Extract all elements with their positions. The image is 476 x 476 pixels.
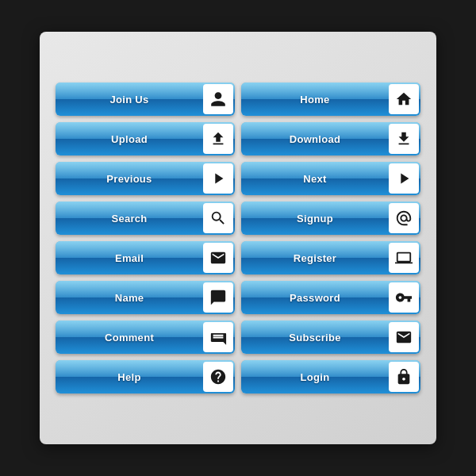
next-icon — [389, 163, 419, 194]
password-button[interactable]: Password — [241, 281, 420, 314]
next-label: Next — [241, 173, 389, 185]
password-label: Password — [241, 292, 389, 304]
subscribe-button[interactable]: Subscribe — [241, 321, 420, 354]
search-label: Search — [56, 213, 203, 225]
home-icon — [389, 84, 419, 114]
subscribe-label: Subscribe — [241, 332, 389, 344]
search-icon — [203, 203, 233, 233]
upload-icon — [203, 124, 233, 154]
join-us-button[interactable]: Join Us — [56, 83, 235, 116]
signup-icon — [389, 203, 419, 233]
search-button[interactable]: Search — [56, 202, 235, 235]
email-button[interactable]: Email — [56, 241, 235, 274]
login-label: Login — [241, 371, 389, 383]
register-label: Register — [241, 252, 389, 264]
comment-button[interactable]: Comment — [56, 321, 235, 354]
help-label: Help — [56, 371, 203, 383]
register-button[interactable]: Register — [241, 241, 420, 274]
previous-label: Previous — [56, 173, 203, 185]
upload-button[interactable]: Upload — [56, 122, 235, 155]
help-button[interactable]: Help — [56, 360, 235, 393]
name-icon — [203, 282, 233, 313]
name-label: Name — [56, 292, 203, 304]
upload-label: Upload — [56, 133, 203, 145]
signup-label: Signup — [241, 213, 389, 225]
register-icon — [389, 243, 419, 273]
comment-icon — [203, 322, 233, 352]
previous-icon — [203, 163, 233, 194]
home-label: Home — [241, 94, 389, 106]
login-button[interactable]: Login — [241, 360, 420, 393]
join-us-icon — [203, 84, 233, 114]
button-grid: Join Us Home Upload Download Previous — [56, 83, 420, 393]
download-button[interactable]: Download — [241, 122, 420, 155]
card: Join Us Home Upload Download Previous — [40, 32, 436, 444]
name-button[interactable]: Name — [56, 281, 235, 314]
previous-button[interactable]: Previous — [56, 162, 235, 195]
login-icon — [389, 362, 419, 392]
subscribe-icon — [389, 322, 419, 352]
download-label: Download — [241, 133, 389, 145]
download-icon — [389, 124, 419, 154]
signup-button[interactable]: Signup — [241, 202, 420, 235]
help-icon — [203, 362, 233, 392]
comment-label: Comment — [56, 332, 203, 344]
next-button[interactable]: Next — [241, 162, 420, 195]
home-button[interactable]: Home — [241, 83, 420, 116]
email-icon — [203, 243, 233, 273]
email-label: Email — [56, 252, 203, 264]
password-icon — [389, 282, 419, 313]
join-us-label: Join Us — [56, 94, 203, 106]
